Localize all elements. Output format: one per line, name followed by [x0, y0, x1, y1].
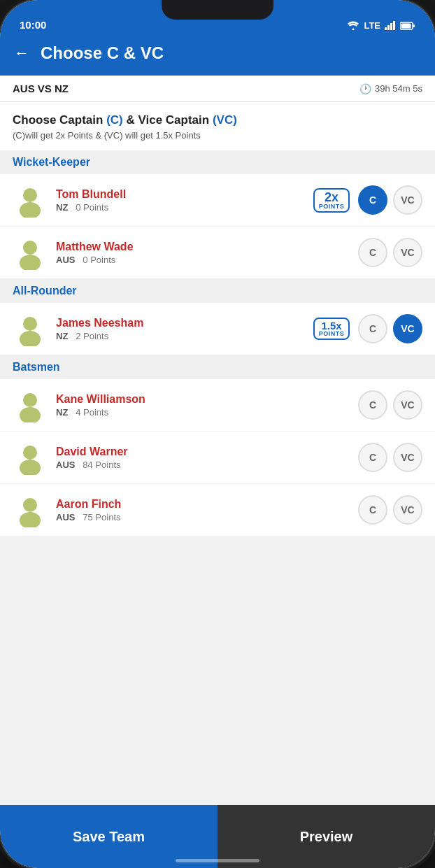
captain-button-kane[interactable]: C	[358, 390, 387, 420]
captain-buttons-tom[interactable]: C VC	[358, 185, 422, 215]
timer-value: 39h 54m 5s	[375, 83, 422, 94]
signal-icon	[385, 21, 396, 30]
points: 75 Points	[83, 512, 120, 522]
points: 2 Points	[76, 331, 108, 341]
status-time: 10:00	[20, 19, 46, 31]
svg-rect-6	[401, 23, 411, 28]
svg-point-11	[20, 255, 41, 270]
choose-title: Choose Captain (C) & Vice Captain (VC)	[13, 113, 422, 127]
avatar-david-warner	[13, 440, 48, 475]
captain-buttons-neesham[interactable]: C VC	[358, 314, 422, 343]
svg-rect-4	[393, 21, 395, 30]
bottom-spacer	[0, 536, 435, 550]
player-meta-matthew-wade: AUS 0 Points	[56, 255, 305, 265]
battery-icon	[400, 22, 415, 30]
svg-rect-2	[387, 25, 390, 30]
captain-button-neesham[interactable]: C	[358, 314, 387, 343]
avatar-james-neesham	[13, 311, 48, 346]
player-info-james-neesham: James Neesham NZ 2 Points	[56, 317, 305, 341]
captain-buttons-warner[interactable]: C VC	[358, 443, 422, 472]
back-button[interactable]: ←	[14, 44, 29, 62]
captain-button-finch[interactable]: C	[358, 495, 387, 525]
svg-point-16	[23, 446, 37, 460]
player-name-tom-blundell: Tom Blundell	[56, 188, 305, 201]
avatar-aaron-finch	[13, 492, 48, 527]
svg-point-12	[23, 317, 37, 331]
match-timer: 🕐 39h 54m 5s	[359, 83, 422, 94]
section-header-batsmen: Batsmen	[0, 355, 435, 379]
vice-captain-button-warner[interactable]: VC	[393, 443, 422, 472]
player-name-james-neesham: James Neesham	[56, 317, 305, 329]
match-bar: AUS VS NZ 🕐 39h 54m 5s	[0, 76, 435, 102]
phone-frame: 10:00 LTE	[0, 0, 435, 868]
status-icons: LTE	[347, 20, 415, 31]
svg-point-19	[20, 512, 41, 527]
player-name-kane-williamson: Kane Williamson	[56, 393, 305, 406]
svg-point-0	[352, 29, 355, 31]
section-header-wicket-keeper: Wicket-Keeper	[0, 150, 435, 174]
captain-buttons-wade[interactable]: C VC	[358, 238, 422, 267]
svg-point-10	[23, 241, 37, 255]
team-tag: NZ	[56, 202, 68, 213]
captain-buttons-kane[interactable]: C VC	[358, 390, 422, 420]
captain-button-wade[interactable]: C	[358, 238, 387, 267]
player-row-tom-blundell: Tom Blundell NZ 0 Points 2xPOINTS C VC	[0, 174, 435, 227]
vice-captain-button-finch[interactable]: VC	[393, 495, 422, 525]
vc-label: (VC)	[213, 113, 237, 127]
home-indicator	[176, 859, 259, 862]
match-name: AUS VS NZ	[13, 83, 69, 94]
player-meta-aaron-finch: AUS 75 Points	[56, 512, 305, 522]
team-tag: AUS	[56, 460, 75, 470]
lte-label: LTE	[364, 20, 380, 31]
vice-captain-button-wade[interactable]: VC	[393, 238, 422, 267]
badge-1-5x-neesham: 1.5xPOINTS	[313, 318, 350, 340]
vice-captain-button-tom[interactable]: VC	[393, 185, 422, 215]
svg-point-14	[23, 393, 37, 407]
points: 84 Points	[83, 460, 120, 470]
notch	[162, 0, 273, 20]
header-title: Choose C & VC	[41, 43, 164, 63]
captain-button-warner[interactable]: C	[358, 443, 387, 472]
header: ← Choose C & VC	[0, 35, 435, 76]
captain-button-tom[interactable]: C	[358, 185, 387, 215]
badge-2x-value: 2xPOINTS	[313, 188, 350, 213]
player-row-david-warner: David Warner AUS 84 Points C VC	[0, 432, 435, 484]
wifi-icon	[347, 21, 359, 30]
vice-captain-button-kane[interactable]: VC	[393, 390, 422, 420]
points: 4 Points	[76, 407, 108, 418]
captain-buttons-finch[interactable]: C VC	[358, 495, 422, 525]
svg-point-13	[20, 331, 41, 346]
vice-captain-button-neesham[interactable]: VC	[393, 314, 422, 343]
c-label: (C)	[106, 113, 123, 127]
phone-screen: 10:00 LTE	[0, 0, 435, 868]
player-meta-david-warner: AUS 84 Points	[56, 460, 305, 470]
player-row-james-neesham: James Neesham NZ 2 Points 1.5xPOINTS C V…	[0, 303, 435, 355]
svg-rect-1	[385, 27, 387, 30]
team-tag: AUS	[56, 255, 75, 265]
player-info-matthew-wade: Matthew Wade AUS 0 Points	[56, 241, 305, 265]
avatar-matthew-wade	[13, 235, 48, 270]
player-meta-kane-williamson: NZ 4 Points	[56, 407, 305, 418]
svg-rect-3	[390, 23, 392, 30]
player-meta-james-neesham: NZ 2 Points	[56, 331, 305, 341]
svg-point-8	[23, 188, 37, 202]
player-info-aaron-finch: Aaron Finch AUS 75 Points	[56, 498, 305, 522]
player-row-kane-williamson: Kane Williamson NZ 4 Points C VC	[0, 379, 435, 432]
player-info-kane-williamson: Kane Williamson NZ 4 Points	[56, 393, 305, 418]
svg-point-15	[20, 407, 41, 422]
badge-2x-tom: 2xPOINTS	[313, 188, 350, 213]
svg-rect-7	[413, 24, 415, 27]
players-scroll-area[interactable]: Wicket-Keeper Tom Blundell NZ 0 Points	[0, 150, 435, 786]
player-row-aaron-finch: Aaron Finch AUS 75 Points C VC	[0, 484, 435, 536]
avatar-tom-blundell	[13, 183, 48, 218]
player-meta-tom-blundell: NZ 0 Points	[56, 202, 305, 213]
player-info-david-warner: David Warner AUS 84 Points	[56, 446, 305, 470]
instructions-block: Choose Captain (C) & Vice Captain (VC) (…	[0, 102, 435, 150]
points: 0 Points	[83, 255, 115, 265]
player-name-aaron-finch: Aaron Finch	[56, 498, 305, 511]
section-header-all-rounder: All-Rounder	[0, 279, 435, 303]
player-name-matthew-wade: Matthew Wade	[56, 241, 305, 253]
player-name-david-warner: David Warner	[56, 446, 305, 458]
points: 0 Points	[76, 202, 108, 213]
svg-point-9	[20, 202, 41, 218]
